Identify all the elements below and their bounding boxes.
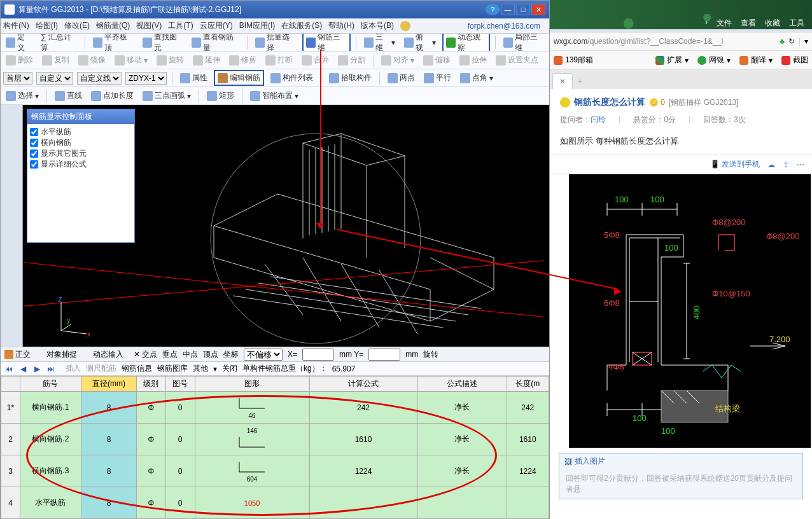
col-fig[interactable]: 图号 — [165, 377, 195, 392]
browser-menu-tools[interactable]: 工具 — [789, 18, 804, 31]
menu-view[interactable]: 视图(V) — [136, 20, 162, 31]
table-row[interactable]: 1*横向钢筋.18Φ046242净长242 — [1, 392, 549, 424]
menu-tools[interactable]: 工具(T) — [168, 20, 193, 31]
define-button[interactable]: 定义 — [3, 34, 34, 52]
insert-button[interactable]: 插入 — [66, 363, 81, 374]
measure-button[interactable]: 测尺配筋 — [86, 363, 116, 374]
col-len[interactable]: 长度(m — [507, 377, 549, 392]
dyn-input-toggle[interactable]: 动态输入 — [82, 349, 123, 360]
point-length-button[interactable]: 点加长度 — [88, 89, 136, 102]
bank-button[interactable]: 网银▾ — [697, 55, 731, 66]
parallel-button[interactable]: 平行 — [421, 71, 454, 85]
three-point-arc-button[interactable]: 三点画弧▾ — [140, 89, 193, 102]
coord-snap[interactable]: 坐标 — [223, 349, 239, 360]
extend-button[interactable]: 延伸 — [190, 53, 223, 67]
user-email[interactable]: forpk.chen@163.com — [468, 22, 540, 31]
more-icon[interactable]: ⋯ — [797, 160, 804, 169]
menu-version[interactable]: 版本号(B) — [361, 20, 394, 31]
col-blank[interactable] — [1, 377, 20, 392]
help-button[interactable]: ? — [486, 4, 500, 15]
col-num[interactable]: 筋号 — [20, 377, 81, 392]
minimize-button[interactable]: — — [501, 4, 515, 15]
mail-button[interactable]: 139邮箱 — [554, 55, 593, 66]
insert-title[interactable]: 插入图片 — [575, 456, 605, 467]
custom-select[interactable]: 自定义 — [36, 72, 73, 85]
perp-snap[interactable]: 垂点 — [162, 349, 178, 360]
opt-formula[interactable]: 显示详细公式 — [30, 159, 132, 170]
col-level[interactable]: 级别 — [137, 377, 166, 392]
rebar-3d-button[interactable]: 钢筋三维 — [302, 34, 351, 52]
menu-cloud[interactable]: 云应用(Y) — [200, 20, 233, 31]
ortho-toggle[interactable]: 正交 — [4, 349, 31, 360]
vertex-snap[interactable]: 顶点 — [203, 349, 218, 360]
opt-other[interactable]: 显示其它图元 — [30, 148, 132, 159]
new-tab-button[interactable]: + — [573, 74, 587, 89]
menu-help[interactable]: 帮助(H) — [328, 20, 354, 31]
menu-component[interactable]: 构件(N) — [3, 20, 29, 31]
line-button[interactable]: 直线 — [52, 89, 85, 102]
trim-button[interactable]: 修剪 — [227, 53, 259, 67]
expand-button[interactable]: 扩展▾ — [655, 55, 689, 66]
find-button[interactable]: 查找图元 — [140, 34, 186, 52]
opt-transverse[interactable]: 横向钢筋 — [30, 137, 132, 148]
align-button[interactable]: 对齐▾ — [379, 53, 417, 67]
y-input[interactable] — [368, 349, 400, 361]
screenshot-button[interactable]: 截图 — [781, 55, 808, 66]
maximize-button[interactable]: □ — [516, 4, 530, 15]
first-button[interactable]: ⏮ — [4, 364, 13, 373]
merge-button[interactable]: 合并 — [299, 53, 332, 67]
rebar-info-button[interactable]: 钢筋信息 — [122, 363, 152, 374]
refresh-icon[interactable]: ↻ — [788, 37, 795, 46]
table-row[interactable]: 4水平纵筋8Φ01050 — [1, 487, 549, 519]
table-row[interactable]: 2横向钢筋.28Φ01461610净长1610 — [1, 424, 549, 455]
menu-modify[interactable]: 修改(E) — [64, 20, 90, 31]
rebar-lib-button[interactable]: 钢筋图库 — [157, 363, 188, 374]
other-button[interactable]: 其他 — [193, 363, 208, 374]
break-button[interactable]: 打断 — [263, 53, 295, 67]
opt-horizontal[interactable]: 水平纵筋 — [30, 127, 132, 137]
select-button[interactable]: 选择▾ — [3, 89, 41, 102]
col-desc[interactable]: 公式描述 — [417, 377, 507, 392]
edit-rebar-button[interactable]: 编辑钢筋 — [214, 70, 264, 86]
asker-link[interactable]: 闫玲 — [591, 115, 606, 124]
send-to-phone[interactable]: 📱 发送到手机 — [710, 159, 760, 170]
component-list-button[interactable]: 构件列表 — [268, 71, 316, 85]
rotate-button[interactable]: 旋转 — [154, 53, 186, 67]
menu-rebar[interactable]: 钢筋量(Q) — [96, 20, 130, 31]
floor-select[interactable]: 首层 — [3, 72, 32, 85]
menu-face-icon[interactable] — [400, 21, 410, 31]
intersect-snap[interactable]: ✕交点 — [134, 349, 157, 360]
3d-button[interactable]: 三维▾ — [361, 34, 398, 52]
move-button[interactable]: 移动▾ — [112, 53, 150, 67]
partial-3d-button[interactable]: 局部三维 — [501, 34, 547, 52]
prev-button[interactable]: ◀ — [18, 364, 27, 373]
mid-snap[interactable]: 中点 — [183, 349, 198, 360]
tab-close-icon[interactable]: ✕ — [559, 77, 566, 86]
setpoint-button[interactable]: 设置夹点 — [493, 53, 541, 67]
rotate-snap[interactable]: 旋转 — [423, 349, 438, 360]
x-input[interactable] — [302, 349, 334, 361]
split-button[interactable]: 分割 — [335, 53, 368, 67]
browser-menu-fav[interactable]: 收藏 — [765, 18, 780, 31]
stretch-button[interactable]: 拉伸 — [457, 53, 489, 67]
code-select[interactable]: ZDYX-1 — [125, 72, 167, 85]
customline-select[interactable]: 自定义线 — [77, 72, 122, 85]
favorite-icon[interactable]: ♣ — [780, 37, 785, 46]
view-rebar-button[interactable]: 查看钢筋量 — [189, 34, 242, 52]
offset-select[interactable]: 不偏移 — [244, 349, 283, 361]
last-button[interactable]: ⏭ — [46, 364, 55, 373]
rect-button[interactable]: 矩形 — [204, 89, 237, 102]
twopoint-button[interactable]: 两点 — [385, 71, 417, 85]
col-dia[interactable]: 直径(mm) — [81, 377, 136, 392]
col-calc[interactable]: 计算公式 — [309, 377, 417, 392]
dynamic-view-button[interactable]: 动态观察 — [442, 34, 491, 52]
3d-viewport[interactable]: 钢筋显示控制面板 水平纵筋 横向钢筋 显示其它图元 显示详细公式 — [23, 105, 549, 347]
menu-bim[interactable]: BIM应用(I) — [239, 20, 276, 31]
osnap-toggle[interactable]: 对象捕捉 — [36, 349, 77, 360]
batch-select-button[interactable]: 批量选择 — [253, 34, 298, 52]
cloud-icon[interactable]: ☁ — [767, 160, 775, 169]
translate-button[interactable]: 翻译▾ — [739, 55, 773, 66]
pointangle-button[interactable]: 点角▾ — [458, 71, 496, 85]
delete-button[interactable]: 删除 — [3, 53, 36, 67]
browser-menu-file[interactable]: 文件 — [717, 18, 732, 31]
